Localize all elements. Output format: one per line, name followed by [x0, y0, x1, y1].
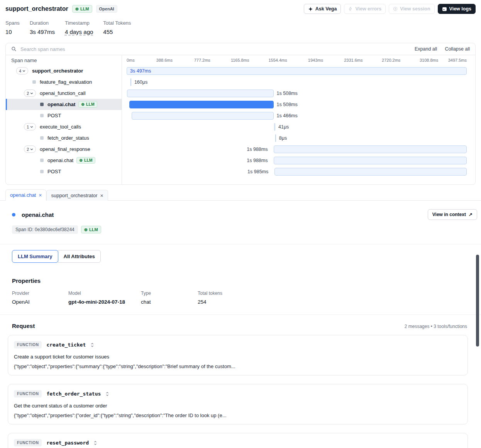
function-description: Get the current status of a customer ord… — [14, 403, 462, 409]
span-timeline-row: 160μs — [122, 76, 475, 88]
span-tree-row[interactable]: feature_flag_evaluation — [6, 76, 122, 88]
span-tree-row[interactable]: 4 support_orchestrator — [6, 65, 122, 76]
function-name: fetch_order_status — [46, 391, 101, 397]
view-session-button[interactable]: View session — [389, 4, 434, 14]
chevron-down-icon — [22, 70, 25, 72]
span-timeline-row: 1s 466ms — [122, 110, 475, 121]
span-name-label: POST — [47, 169, 61, 174]
tree-row-gutter: 2 — [24, 90, 40, 97]
collapse-toggle[interactable]: 2 — [24, 90, 36, 97]
span-tree-row[interactable]: POST — [6, 110, 122, 121]
time-tick-label: 2720.2ms — [382, 58, 400, 63]
span-tab[interactable]: support_orchestrator × — [46, 190, 108, 201]
tab-all-attributes[interactable]: All Attributes — [58, 250, 101, 263]
provider-badge: OpenAI — [96, 5, 117, 13]
span-search[interactable] — [11, 46, 145, 52]
span-duration-bar[interactable] — [274, 157, 467, 164]
tree-row-gutter — [31, 159, 47, 162]
span-tab[interactable]: openai.chat × — [5, 189, 46, 201]
span-tree-row[interactable]: 2 openai_function_call — [6, 88, 122, 99]
stat-value[interactable]: 4 days ago — [65, 29, 93, 35]
tree-row-gutter: 1 — [24, 123, 40, 130]
span-duration-bar[interactable] — [274, 145, 467, 153]
span-duration-bar[interactable] — [274, 123, 275, 131]
timeline-track: 1s 508ms — [127, 99, 467, 110]
time-tick-label: 3108.8ms — [420, 58, 438, 63]
close-icon[interactable]: × — [39, 193, 42, 198]
span-tree-row[interactable]: 2 openai_final_response — [6, 144, 122, 155]
span-leaf-icon — [40, 103, 44, 106]
span-tab-label: support_orchestrator — [51, 193, 97, 198]
span-detail-header: openai.chat View in context ↗ — [0, 201, 481, 220]
function-tag: FUNCTION — [14, 390, 42, 397]
expand-collapse-icon[interactable] — [93, 440, 97, 446]
expand-collapse-icon[interactable] — [105, 391, 109, 397]
span-timeline-row: 1s 988ms — [122, 155, 475, 166]
span-tree-row[interactable]: POST — [6, 166, 122, 177]
ask-vega-button[interactable]: Ask Vega — [304, 4, 341, 14]
child-count: 1 — [27, 125, 29, 129]
property-item: Type chat — [141, 291, 198, 305]
function-card[interactable]: FUNCTION create_ticket Create a support … — [8, 335, 468, 375]
view-errors-button[interactable]: View errors — [344, 4, 386, 14]
span-duration-label: 1s 466ms — [277, 113, 298, 118]
span-id-badge: Span ID: 0e380dec6ef38244 — [12, 225, 78, 234]
span-duration-label: 1s 988ms — [247, 158, 268, 163]
function-card-header: FUNCTION reset_password — [14, 439, 462, 446]
close-icon[interactable]: × — [100, 193, 103, 198]
properties-heading: Properties — [12, 277, 481, 284]
span-tree-row[interactable]: openai.chat ⊕LLM — [6, 99, 122, 110]
span-duration-label: 1s 988ms — [247, 147, 268, 152]
span-duration-bar[interactable] — [129, 101, 274, 108]
child-count: 2 — [27, 91, 29, 96]
collapse-toggle[interactable]: 4 — [16, 67, 28, 74]
span-tree-row[interactable]: fetch_order_status — [6, 132, 122, 144]
expand-all-button[interactable]: Expand all — [415, 46, 437, 52]
tree-row-gutter: 2 — [24, 145, 40, 153]
timeline-track: 1s 466ms — [127, 110, 467, 121]
collapse-toggle[interactable]: 1 — [24, 123, 36, 130]
llm-icon: ⊕ — [81, 102, 85, 107]
timeline-column: 0ms388.6ms777.2ms1165.8ms1554.4ms1943ms2… — [122, 55, 475, 184]
span-duration-label: 1s 508ms — [277, 91, 298, 96]
function-card[interactable]: FUNCTION reset_password Initiate passwor… — [8, 433, 468, 448]
span-name-label: openai_final_response — [40, 146, 90, 152]
span-duration-bar[interactable] — [130, 78, 131, 86]
stat-item: Duration 3s 497ms — [30, 20, 55, 35]
stat-label: Duration — [30, 20, 55, 26]
scrollbar-thumb[interactable] — [476, 255, 479, 347]
chevron-down-icon — [30, 148, 33, 150]
property-label: Total tokens — [198, 291, 222, 296]
expand-collapse-icon[interactable] — [90, 342, 94, 348]
collapse-toggle[interactable]: 2 — [24, 145, 36, 153]
span-duration-bar[interactable] — [274, 168, 467, 176]
span-duration-label: 3s 497ms — [127, 68, 151, 74]
time-tick-label: 1554.4ms — [268, 58, 287, 63]
span-tree-row[interactable]: 1 execute_tool_calls — [6, 121, 122, 132]
search-input[interactable] — [20, 46, 145, 52]
session-icon — [393, 7, 398, 11]
span-duration-bar[interactable] — [132, 112, 273, 120]
function-card[interactable]: FUNCTION fetch_order_status Get the curr… — [8, 384, 468, 424]
time-tick-label: 0ms — [127, 58, 135, 63]
header-actions: Ask Vega View errors View session View l… — [304, 4, 476, 14]
llm-badge: ⊕LLM — [78, 101, 97, 108]
tab-llm-summary[interactable]: LLM Summary — [12, 250, 58, 263]
trace-header: support_orchestrator ⊕LLM OpenAI Ask Veg… — [0, 0, 481, 14]
span-duration-bar[interactable] — [127, 90, 274, 97]
collapse-all-button[interactable]: Collapse all — [445, 46, 470, 52]
request-header: Request 2 messages • 3 tools/functions — [0, 315, 481, 329]
llm-badge: ⊕LLM — [72, 5, 92, 13]
property-item: Provider OpenAI — [12, 291, 68, 305]
view-logs-button[interactable]: View logs — [438, 4, 476, 14]
span-duration-bar[interactable] — [275, 134, 276, 142]
stat-value: 3s 497ms — [30, 29, 55, 35]
span-status-dot — [12, 213, 15, 216]
property-value: chat — [141, 299, 198, 305]
span-duration-bar[interactable]: 3s 497ms — [127, 67, 467, 75]
property-item: Model gpt-4o-mini-2024-07-18 — [68, 291, 141, 305]
timeline-track: 1s 508ms — [127, 88, 467, 99]
span-name-label: openai.chat — [47, 101, 75, 107]
view-in-context-button[interactable]: View in context ↗ — [428, 209, 477, 220]
span-tree-row[interactable]: openai.chat ⊕LLM — [6, 155, 122, 166]
